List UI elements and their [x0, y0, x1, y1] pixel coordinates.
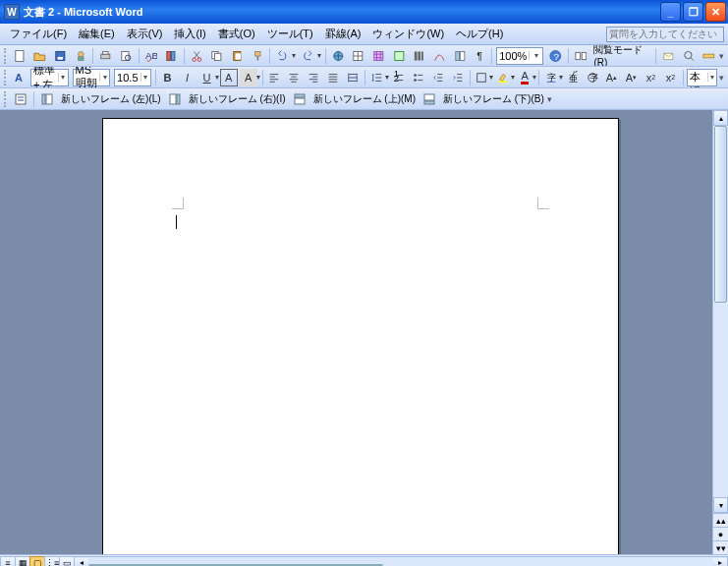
font-size-combo[interactable]: 10.5▾: [114, 69, 151, 86]
style-combo[interactable]: 標準 + 左▾: [30, 69, 69, 86]
increase-indent-icon[interactable]: [449, 69, 467, 86]
grow-font-icon[interactable]: A▴: [603, 69, 621, 86]
menu-tools[interactable]: ツール(T): [261, 25, 319, 43]
help-search-input[interactable]: [606, 27, 724, 42]
save-icon[interactable]: [51, 47, 70, 65]
page[interactable]: [102, 118, 619, 554]
menu-help[interactable]: ヘルプ(H): [450, 25, 509, 43]
frame-bottom-label[interactable]: 新しいフレーム (下)(B): [440, 92, 547, 106]
redo-dropdown[interactable]: ▾: [316, 51, 323, 60]
vertical-scrollbar[interactable]: ▴ ▾ ▴▴ ● ▾▾: [712, 110, 728, 554]
char-shading-icon[interactable]: A: [240, 69, 257, 86]
toolbar-overflow[interactable]: ▾: [547, 94, 552, 104]
help-icon[interactable]: ?: [546, 47, 565, 65]
envelope-icon[interactable]: [659, 47, 678, 65]
align-justify-icon[interactable]: [324, 69, 342, 86]
undo-dropdown[interactable]: ▾: [291, 51, 298, 60]
font-combo[interactable]: MS 明朝▾: [73, 69, 111, 86]
language-combo[interactable]: 日本語▾: [687, 69, 717, 86]
zoom-combo[interactable]: 100%▾: [496, 47, 543, 65]
frame-toc-icon[interactable]: [11, 90, 30, 108]
frame-right-label[interactable]: 新しいフレーム (右)(I): [186, 92, 289, 106]
select-browse-icon[interactable]: ●: [713, 527, 728, 540]
toolbar-grip[interactable]: [4, 48, 8, 64]
web-layout-icon[interactable]: ▦: [15, 556, 30, 567]
normal-view-icon[interactable]: ≡: [0, 556, 16, 567]
toolbar-grip[interactable]: [4, 70, 7, 85]
menu-view[interactable]: 表示(V): [121, 25, 169, 43]
frame-top-label[interactable]: 新しいフレーム (上)(M): [310, 92, 419, 106]
menu-insert[interactable]: 挿入(I): [168, 25, 211, 43]
print-layout-icon[interactable]: ▢: [29, 556, 45, 567]
char-scale-dropdown[interactable]: ▾: [559, 73, 563, 82]
insert-table-icon[interactable]: [369, 47, 388, 65]
menu-edit[interactable]: 編集(E): [73, 25, 121, 43]
spelling-icon[interactable]: ABC: [141, 47, 160, 65]
maximize-button[interactable]: ❐: [683, 2, 703, 22]
undo-icon[interactable]: [273, 47, 292, 65]
phonetic-guide-icon[interactable]: ア亜: [564, 69, 582, 86]
font-color-dropdown[interactable]: ▾: [532, 73, 536, 82]
char-scale-icon[interactable]: 字: [542, 69, 560, 86]
shrink-font-icon[interactable]: A▾: [623, 69, 641, 86]
format-painter-icon[interactable]: [249, 47, 267, 65]
subscript-icon[interactable]: x2: [662, 69, 680, 86]
line-spacing-dropdown[interactable]: ▾: [385, 73, 389, 82]
align-left-icon[interactable]: [265, 69, 283, 86]
tables-borders-icon[interactable]: [349, 47, 367, 65]
highlight-icon[interactable]: [494, 69, 512, 86]
frame-left-icon[interactable]: [37, 90, 57, 108]
scroll-left-icon[interactable]: ◂: [75, 558, 88, 566]
scroll-down-icon[interactable]: ▾: [713, 497, 728, 513]
char-border-icon[interactable]: A: [220, 69, 238, 86]
reading-mode-label[interactable]: 閲覧モード(R): [590, 45, 653, 67]
redo-icon[interactable]: [299, 47, 317, 65]
toolbar-grip[interactable]: [4, 91, 8, 107]
document-view[interactable]: [8, 110, 712, 554]
horizontal-scrollbar[interactable]: ◂ ▸: [74, 556, 728, 567]
line-spacing-icon[interactable]: [368, 69, 386, 86]
research-icon[interactable]: [162, 47, 181, 65]
scroll-thumb[interactable]: [714, 126, 727, 303]
find-icon[interactable]: [680, 47, 699, 65]
decrease-indent-icon[interactable]: [429, 69, 447, 86]
insert-worksheet-icon[interactable]: [390, 47, 409, 65]
enclose-char-icon[interactable]: 字: [584, 69, 601, 86]
prev-page-icon[interactable]: ▴▴: [713, 513, 728, 527]
frame-top-icon[interactable]: [290, 90, 309, 108]
toolbar-overflow[interactable]: ▾: [719, 73, 724, 83]
char-shading-dropdown[interactable]: ▾: [256, 73, 260, 82]
outline-view-icon[interactable]: ⋮≡: [44, 556, 60, 567]
frame-right-icon[interactable]: [165, 90, 185, 108]
frame-bottom-icon[interactable]: [420, 90, 439, 108]
cut-icon[interactable]: [188, 47, 206, 65]
drawing-icon[interactable]: [430, 47, 449, 65]
minimize-button[interactable]: _: [660, 2, 681, 22]
menu-table[interactable]: 罫線(A): [319, 25, 367, 43]
permission-icon[interactable]: [72, 47, 90, 65]
italic-icon[interactable]: I: [179, 69, 196, 86]
borders-icon[interactable]: [473, 69, 490, 86]
underline-icon[interactable]: U: [198, 69, 216, 86]
styles-pane-icon[interactable]: A: [10, 69, 28, 86]
doc-map-icon[interactable]: [451, 47, 470, 65]
frame-left-label[interactable]: 新しいフレーム (左)(L): [58, 92, 164, 106]
ruler-icon[interactable]: [700, 47, 718, 65]
scroll-up-icon[interactable]: ▴: [713, 110, 728, 126]
close-button[interactable]: ✕: [705, 2, 726, 22]
toolbar-overflow[interactable]: ▾: [719, 51, 724, 61]
bullets-icon[interactable]: [410, 69, 427, 86]
menu-file[interactable]: ファイル(F): [4, 25, 73, 43]
align-center-icon[interactable]: [285, 69, 303, 86]
columns-icon[interactable]: [410, 47, 428, 65]
reading-view-icon[interactable]: ▭: [59, 556, 75, 567]
next-page-icon[interactable]: ▾▾: [713, 540, 728, 554]
scroll-thumb[interactable]: [88, 564, 383, 566]
scroll-right-icon[interactable]: ▸: [713, 558, 727, 566]
bold-icon[interactable]: B: [159, 69, 177, 86]
copy-icon[interactable]: [207, 47, 226, 65]
print-preview-icon[interactable]: [117, 47, 136, 65]
print-icon[interactable]: [96, 47, 115, 65]
underline-dropdown[interactable]: ▾: [215, 73, 219, 82]
borders-dropdown[interactable]: ▾: [489, 73, 493, 82]
